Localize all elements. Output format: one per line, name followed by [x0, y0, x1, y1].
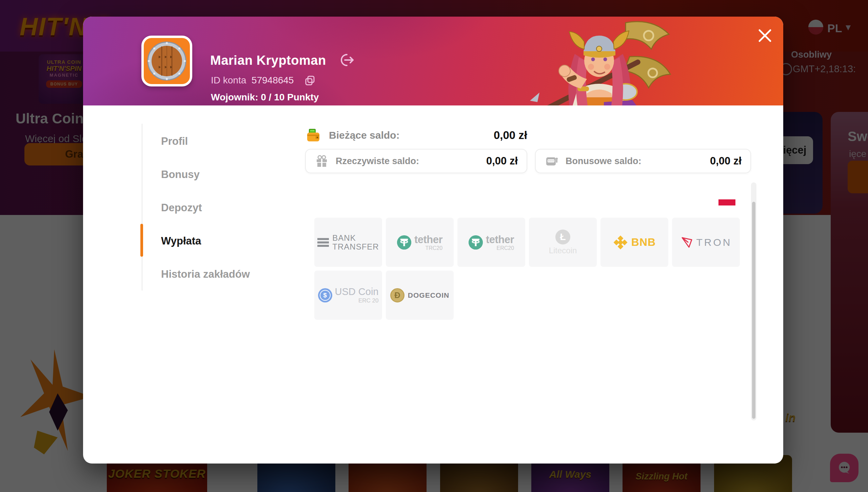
promo-thumb-line1: ULTRA COIN — [39, 59, 90, 65]
app-screen: HIT'N'S PL ▾ Osobliwy GMT+2,18:13: ULTRA… — [0, 0, 868, 492]
chevron-down-icon: ▾ — [846, 21, 851, 33]
account-id-value: 57948645 — [252, 75, 294, 85]
starburst-art — [17, 346, 92, 454]
copy-icon[interactable] — [304, 75, 316, 86]
poland-flag-icon — [808, 20, 823, 35]
sidebar-item-historia[interactable]: Historia zakładów — [161, 268, 273, 282]
wooden-shield-icon — [144, 38, 190, 84]
tether-icon — [469, 235, 483, 250]
close-icon[interactable] — [756, 27, 774, 44]
payment-method-litecoin[interactable]: Ł Litecoin — [529, 218, 597, 267]
live-chat-button — [830, 454, 859, 482]
real-balance-card: Rzeczywiste saldo: 0,00 zł — [305, 149, 527, 173]
right-banner-subtitle: ięce — [849, 149, 866, 159]
bonus-balance-value: 0,00 zł — [710, 155, 742, 167]
usd-coin-icon: $ — [318, 288, 332, 302]
gift-icon — [315, 154, 329, 168]
profile-name: Marian Kryptoman — [210, 53, 326, 68]
category-label: Osobliwy — [791, 50, 832, 60]
promo-thumb-line2: HIT'N'SPIN — [39, 65, 90, 73]
real-balance-label: Rzeczywiste saldo: — [336, 156, 419, 166]
chat-bubble-icon — [836, 460, 852, 476]
profile-modal: Marian Kryptoman ID konta 57948645 Wojow… — [83, 17, 783, 464]
sidebar-item-bonusy[interactable]: Bonusy — [161, 169, 273, 182]
sidebar-item-wyplata[interactable]: Wypłata — [161, 235, 273, 249]
payment-method-tether-trc20[interactable]: tether TRC20 — [386, 218, 454, 267]
promo-game-thumbnail: ULTRA COIN HIT'N'SPIN MAGNETIC BONUS BUY — [39, 54, 90, 104]
payment-method-tether-erc20[interactable]: tether ERC20 — [457, 218, 525, 267]
payment-method-bank-transfer[interactable]: BANK TRANSFER — [314, 218, 382, 267]
right-banner-partial-logo: in — [785, 411, 795, 424]
payment-method-usd-coin[interactable]: $ USD Coin ERC 20 — [314, 271, 382, 320]
account-id-label: ID konta — [211, 75, 246, 85]
modal-scrollbar-thumb[interactable] — [752, 202, 755, 419]
payment-method-dogecoin[interactable]: Ð DOGECOIN — [386, 271, 454, 320]
slot-machine-icon — [545, 154, 559, 168]
right-banner-title: Swe — [848, 129, 868, 144]
logout-icon[interactable] — [339, 53, 354, 67]
current-balance-label: Bieżące saldo: — [329, 130, 399, 141]
payment-method-tron[interactable]: TRON — [672, 218, 740, 267]
sidebar-item-depozyt[interactable]: Depozyt — [161, 202, 273, 215]
sidebar-item-profil[interactable]: Profil — [161, 135, 273, 149]
current-balance-value: 0,00 zł — [494, 129, 527, 142]
sidebar-divider — [142, 124, 142, 291]
promo-thumb-line3: MAGNETIC — [39, 73, 90, 78]
active-menu-indicator — [140, 224, 143, 257]
bnb-icon — [613, 235, 628, 250]
section-marker — [718, 199, 735, 205]
right-banner-button — [848, 161, 868, 193]
right-banner-card — [831, 112, 868, 433]
bonus-balance-card: Bonusowe saldo: 0,00 zł — [535, 149, 751, 173]
account-id: ID konta 57948645 — [211, 75, 294, 86]
payment-method-bnb[interactable]: BNB — [600, 218, 668, 267]
level-progress-text: Wojownik: 0 / 10 Punkty — [211, 92, 319, 103]
warrior-character-illustration — [524, 17, 680, 105]
language-selector: PL — [827, 22, 842, 35]
bonus-balance-label: Bonusowe saldo: — [566, 156, 642, 166]
profile-modal-header: Marian Kryptoman ID konta 57948645 Wojow… — [83, 17, 783, 105]
real-balance-value: 0,00 zł — [486, 155, 518, 167]
bank-bars-icon — [317, 238, 329, 247]
bonus-buy-badge: BONUS BUY — [46, 80, 82, 88]
timezone-text: GMT+2,18:13: — [793, 63, 856, 75]
avatar — [141, 36, 192, 86]
wallet-icon — [305, 127, 321, 143]
dogecoin-icon: Ð — [390, 288, 405, 302]
tron-icon — [680, 236, 694, 249]
litecoin-icon: Ł — [555, 230, 570, 244]
tether-icon — [397, 235, 411, 250]
current-balance-row: Bieżące saldo: 0,00 zł — [305, 126, 527, 145]
